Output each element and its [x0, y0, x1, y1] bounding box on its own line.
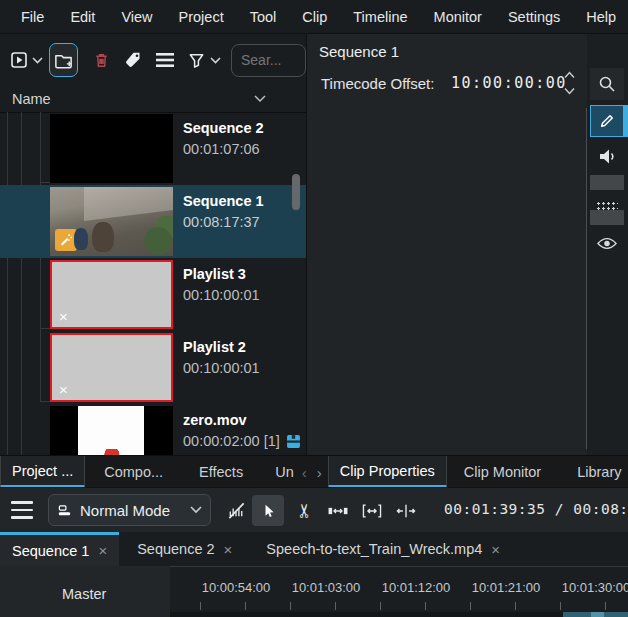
timeline-tab-bar: Sequence 1 × Sequence 2 × Speech-to-text…: [0, 532, 628, 566]
tab-scroll-arrows: ‹ ›: [296, 456, 328, 488]
clip-duration: 00:01:07:06: [183, 141, 260, 157]
bin-item-playlist-3[interactable]: × Playlist 3 00:10:00:01: [0, 258, 292, 331]
clip-properties-pane: Sequence 1 Timecode Offset: 10:00:00:00: [307, 34, 628, 455]
bin-item-playlist-2[interactable]: × Playlist 2 00:10:00:01: [0, 331, 292, 404]
filter-icon[interactable]: [186, 47, 208, 73]
menu-file[interactable]: File: [8, 9, 57, 25]
menu-edit[interactable]: Edit: [57, 9, 108, 25]
clip-name: Playlist 3: [183, 266, 246, 282]
create-folder-button[interactable]: [49, 43, 78, 77]
list-view-icon[interactable]: [154, 47, 176, 73]
razor-tool-button[interactable]: ✂: [288, 495, 320, 526]
missing-clip-x-icon: ×: [59, 309, 68, 324]
kdenlive-window: File Edit View Project Tool Clip Timelin…: [0, 0, 628, 617]
menu-timeline[interactable]: Timeline: [340, 9, 420, 25]
header-chevron-down-icon[interactable]: [254, 95, 266, 103]
slip-tool-button[interactable]: [356, 495, 388, 526]
clip-name: Playlist 2: [183, 339, 246, 355]
clip-thumbnail-missing[interactable]: ×: [50, 260, 173, 329]
clip-thumbnail[interactable]: [50, 406, 173, 455]
mix-clips-button[interactable]: [220, 495, 252, 526]
timeline-ruler[interactable]: 10:00:54:00 10:01:03:00 10:01:12:00 10:0…: [170, 566, 628, 617]
clip-duration: 00:10:00:01: [183, 287, 260, 303]
bin-item-list: Sequence 2 00:01:07:06 Sequence 1 00:08:…: [0, 112, 306, 455]
close-icon[interactable]: ×: [224, 541, 233, 558]
bin-item-zero-mov[interactable]: zero.mov 00:00:02:00 [1]: [0, 404, 292, 455]
ruler-tick: [560, 602, 561, 610]
timeline-tab-sequence-1[interactable]: Sequence 1 ×: [0, 532, 119, 566]
ruler-tick: [290, 602, 291, 610]
thumbnail-frame: [78, 406, 144, 455]
menu-settings[interactable]: Settings: [495, 9, 573, 25]
scrollbar-thumb[interactable]: [563, 612, 628, 617]
dropdown-chevron-down-icon: [190, 506, 202, 514]
ripple-tool-button[interactable]: [390, 495, 422, 526]
tab-library[interactable]: Library: [566, 456, 628, 488]
search-properties-button[interactable]: [590, 68, 624, 100]
add-clip-icon[interactable]: [8, 47, 30, 73]
menu-monitor[interactable]: Monitor: [421, 9, 495, 25]
audio-properties-button[interactable]: [590, 140, 624, 172]
bin-column-header[interactable]: Name: [0, 86, 306, 113]
scrollbar-handle[interactable]: [591, 612, 604, 617]
clip-name: zero.mov: [183, 412, 247, 428]
timecode-offset-spinner[interactable]: [561, 71, 577, 95]
clip-thumbnail[interactable]: [50, 114, 173, 183]
bin-search-input[interactable]: [231, 44, 306, 77]
tag-icon[interactable]: [122, 47, 144, 73]
clip-properties-toolbar: [587, 34, 628, 455]
timecode-offset-value[interactable]: 10:00:00:00: [451, 74, 567, 92]
menu-help[interactable]: Help: [573, 9, 628, 25]
master-track-label[interactable]: Master: [62, 586, 106, 602]
clip-properties-title: Sequence 1: [319, 43, 399, 60]
timeline-area: Master 10:00:54:00 10:01:03:00 10:01:12:…: [0, 566, 628, 617]
tab-compositions[interactable]: Compo...: [93, 456, 174, 488]
filter-chevron-down-icon[interactable]: [210, 54, 221, 66]
edit-properties-button[interactable]: [590, 105, 624, 137]
ruler-timecode: 10:01:30:00: [562, 580, 628, 595]
clip-duration: 00:00:02:00 [1]: [183, 433, 301, 449]
spinner-up-icon: [564, 71, 575, 79]
ruler-tick: [200, 602, 201, 610]
ruler-tick: [380, 602, 381, 610]
ruler-tick: [605, 602, 606, 610]
menu-clip[interactable]: Clip: [289, 9, 340, 25]
name-column-label: Name: [12, 91, 51, 107]
timeline-menu-icon[interactable]: [11, 501, 33, 519]
tab-undo-history[interactable]: Un: [264, 456, 296, 488]
menu-project[interactable]: Project: [166, 9, 237, 25]
tab-clip-monitor[interactable]: Clip Monitor: [453, 456, 552, 488]
bin-item-sequence-2[interactable]: Sequence 2 00:01:07:06: [0, 112, 292, 185]
ruler-timecode: 10:01:12:00: [382, 580, 451, 595]
timeline-tab-sequence-2[interactable]: Sequence 2 ×: [125, 532, 244, 566]
spacer-tool-button[interactable]: [322, 495, 354, 526]
menu-tool[interactable]: Tool: [237, 9, 290, 25]
scroll-left-icon[interactable]: ‹: [302, 464, 307, 481]
clip-thumbnail[interactable]: [50, 187, 173, 256]
tab-project-bin[interactable]: Project ...: [0, 456, 85, 488]
timeline-toolbar: Normal Mode ✂ 00:01:39:35 / 00:08:1: [0, 487, 628, 533]
scroll-right-icon[interactable]: ›: [317, 464, 322, 481]
selection-tool-button[interactable]: [252, 495, 284, 526]
menu-view[interactable]: View: [108, 9, 165, 25]
add-clip-chevron-down-icon[interactable]: [32, 54, 43, 66]
bin-item-sequence-1[interactable]: Sequence 1 00:08:17:37: [0, 185, 306, 258]
missing-clip-x-icon: ×: [59, 382, 68, 397]
edit-mode-dropdown[interactable]: Normal Mode: [48, 494, 211, 526]
tab-effects[interactable]: Effects: [188, 456, 254, 488]
close-icon[interactable]: ×: [491, 541, 500, 558]
clip-thumbnail-missing[interactable]: ×: [50, 333, 173, 402]
timecode-offset-label: Timecode Offset:: [321, 75, 434, 92]
normal-mode-icon: [57, 504, 72, 517]
timeline-horizontal-scrollbar[interactable]: [170, 612, 628, 617]
tab-clip-properties[interactable]: Clip Properties: [328, 456, 447, 488]
bin-scrollbar[interactable]: [292, 174, 300, 210]
edit-mode-label: Normal Mode: [80, 502, 170, 519]
project-bin-pane: Name Sequence 2 00:01:07:06: [0, 34, 307, 455]
track-header: Master: [0, 566, 171, 617]
usage-eye-button[interactable]: [590, 227, 624, 259]
delete-icon[interactable]: [90, 47, 112, 73]
spinner-down-icon: [564, 87, 575, 95]
timeline-tab-speech-to-text[interactable]: Speech-to-text_Train_Wreck.mp4 ×: [254, 532, 512, 566]
close-icon[interactable]: ×: [98, 542, 107, 559]
